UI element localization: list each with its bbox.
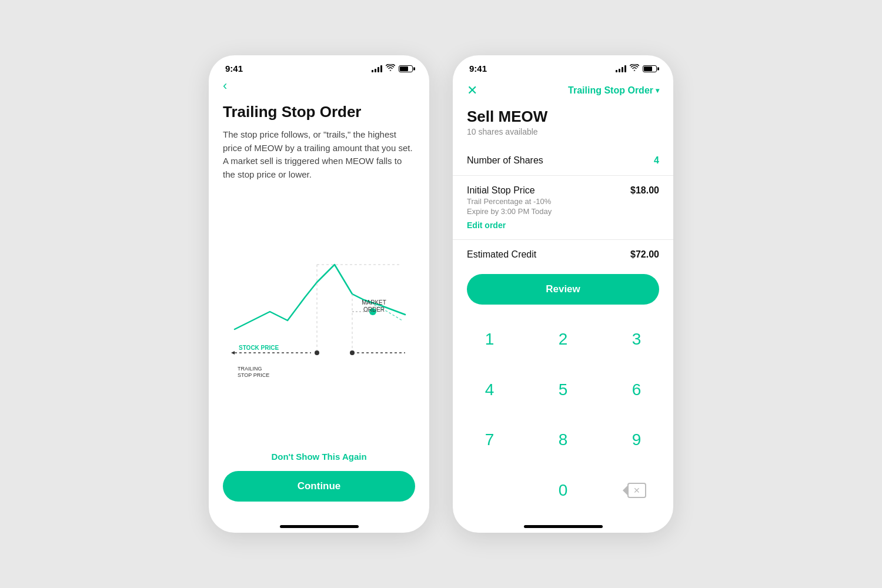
back-button[interactable]: ‹ <box>223 78 227 93</box>
stop-price-label: Initial Stop Price <box>467 185 552 196</box>
phone1-content: ‹ Trailing Stop Order The stop price fol… <box>209 78 429 442</box>
info-title: Trailing Stop Order <box>223 103 415 121</box>
stop-price-row: Initial Stop Price Trail Percentage at -… <box>467 185 659 216</box>
phone1-bottom: Don't Show This Again Continue <box>209 442 429 520</box>
sell-title: Sell MEOW <box>467 108 659 126</box>
continue-button[interactable]: Continue <box>223 471 415 502</box>
trail-percentage-label: Trail Percentage at -10% <box>467 197 552 206</box>
numpad-key-8[interactable]: 8 <box>526 415 600 466</box>
signal-icon-2 <box>616 65 626 72</box>
numpad-key-6[interactable]: 6 <box>600 365 673 415</box>
svg-text:TRAILING: TRAILING <box>238 366 262 372</box>
status-time-2: 9:41 <box>469 64 487 74</box>
phone2-header: ✕ Trailing Stop Order ▾ <box>453 78 673 108</box>
signal-icon-1 <box>372 65 382 72</box>
shares-available: 10 shares available <box>467 127 659 136</box>
wifi-icon-2 <box>630 64 639 73</box>
numpad-key-7[interactable]: 7 <box>453 415 526 466</box>
estimated-credit-value: $72.00 <box>630 249 659 260</box>
order-info: Sell MEOW 10 shares available <box>453 108 673 136</box>
numpad-key-1[interactable]: 1 <box>453 314 526 365</box>
info-description: The stop price follows, or "trails," the… <box>223 128 415 181</box>
dont-show-button[interactable]: Don't Show This Again <box>271 452 366 462</box>
chevron-down-icon: ▾ <box>656 86 659 95</box>
stop-price-value: $18.00 <box>630 185 659 196</box>
svg-point-7 <box>315 350 319 355</box>
numpad: 1 2 3 4 5 6 7 8 9 0 ✕ <box>453 309 673 520</box>
edit-order-button[interactable]: Edit order <box>467 220 659 230</box>
battery-icon-1 <box>399 65 413 72</box>
stop-price-section: Initial Stop Price Trail Percentage at -… <box>453 176 673 240</box>
estimated-credit-label: Estimated Credit <box>467 249 536 260</box>
number-of-shares-label: Number of Shares <box>467 155 543 166</box>
chart-area: STOCK PRICE MARKET ORDER TRAILING STOP P… <box>223 193 415 442</box>
status-bar-2: 9:41 <box>453 55 673 78</box>
home-indicator-2 <box>524 525 603 528</box>
svg-marker-1 <box>231 351 235 355</box>
home-indicator-1 <box>280 525 359 528</box>
numpad-key-0[interactable]: 0 <box>526 465 600 516</box>
svg-text:STOCK PRICE: STOCK PRICE <box>239 345 279 351</box>
trailing-stop-chart: STOCK PRICE MARKET ORDER TRAILING STOP P… <box>223 235 415 400</box>
status-bar-1: 9:41 <box>209 55 429 78</box>
number-of-shares-row: Number of Shares 4 <box>453 146 673 176</box>
svg-text:ORDER: ORDER <box>363 306 385 313</box>
phone-1: 9:41 ‹ Trailing Stop O <box>209 55 429 533</box>
close-button[interactable]: ✕ <box>467 83 477 98</box>
numpad-key-5[interactable]: 5 <box>526 365 600 415</box>
expire-label: Expire by 3:00 PM Today <box>467 207 552 216</box>
number-of-shares-value[interactable]: 4 <box>654 155 659 166</box>
status-icons-1 <box>372 64 413 73</box>
battery-icon-2 <box>643 65 657 72</box>
review-button[interactable]: Review <box>467 274 659 305</box>
wifi-icon-1 <box>386 64 395 73</box>
backspace-icon: ✕ <box>627 483 646 498</box>
phone-2: 9:41 ✕ Trailing <box>453 55 673 533</box>
numpad-key-3[interactable]: 3 <box>600 314 673 365</box>
order-type-label: Trailing Stop Order <box>568 85 653 96</box>
status-icons-2 <box>616 64 657 73</box>
svg-text:MARKET: MARKET <box>362 299 386 306</box>
numpad-key-9[interactable]: 9 <box>600 415 673 466</box>
order-type-selector[interactable]: Trailing Stop Order ▾ <box>568 85 659 96</box>
numpad-key-empty <box>453 465 526 516</box>
svg-point-6 <box>350 350 355 355</box>
numpad-backspace-button[interactable]: ✕ <box>600 465 673 516</box>
stop-price-info: Initial Stop Price Trail Percentage at -… <box>467 185 552 216</box>
svg-text:STOP PRICE: STOP PRICE <box>238 372 269 378</box>
status-time-1: 9:41 <box>225 64 243 74</box>
estimated-credit-row: Estimated Credit $72.00 <box>453 240 673 269</box>
numpad-key-4[interactable]: 4 <box>453 365 526 415</box>
numpad-key-2[interactable]: 2 <box>526 314 600 365</box>
